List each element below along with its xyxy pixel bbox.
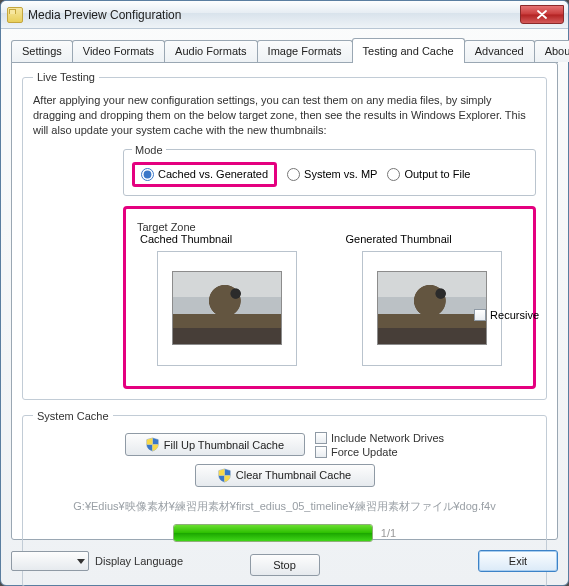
mode-legend: Mode	[132, 144, 166, 156]
cached-thumbnail-column: Cached Thumbnail	[134, 233, 320, 366]
recursive-checkbox[interactable]: Recursive	[474, 309, 539, 321]
tab-row: Settings Video Formats Audio Formats Ima…	[11, 37, 558, 63]
titlebar: Media Preview Configuration	[1, 1, 568, 29]
tab-testing-cache[interactable]: Testing and Cache	[352, 38, 465, 63]
progress-bar-fill	[174, 525, 372, 541]
clear-thumbnail-cache-button[interactable]: Clear Thumbnail Cache	[195, 464, 375, 487]
radio-output-to-file-input[interactable]	[387, 168, 400, 181]
chevron-down-icon	[77, 559, 85, 564]
cache-path-text: G:¥Edius¥映像素材¥練習用素材¥first_edius_05_timel…	[33, 499, 536, 514]
force-update-checkbox[interactable]: Force Update	[315, 446, 444, 458]
tab-image-formats[interactable]: Image Formats	[257, 40, 353, 62]
radio-output-to-file[interactable]: Output to File	[387, 168, 470, 181]
clear-thumbnail-cache-label: Clear Thumbnail Cache	[236, 469, 351, 481]
force-update-label: Force Update	[331, 446, 398, 458]
exit-button[interactable]: Exit	[478, 550, 558, 572]
include-network-drives-box[interactable]	[315, 432, 327, 444]
recursive-checkbox-label: Recursive	[490, 309, 539, 321]
radio-cached-vs-generated-label: Cached vs. Generated	[158, 168, 268, 180]
recursive-checkbox-box[interactable]	[474, 309, 486, 321]
display-language-label: Display Language	[95, 555, 183, 567]
tab-about[interactable]: About...	[534, 40, 569, 62]
radio-system-vs-mp-input[interactable]	[287, 168, 300, 181]
exit-button-label: Exit	[509, 555, 527, 567]
target-zone-group: Target Zone Cached Thumbnail Generated T…	[134, 221, 525, 366]
live-testing-group: Live Testing After applying your new con…	[22, 71, 547, 400]
live-testing-legend: Live Testing	[33, 71, 99, 83]
shield-icon	[146, 437, 159, 452]
close-button[interactable]	[520, 5, 564, 24]
target-zone-highlight: Target Zone Cached Thumbnail Generated T…	[123, 206, 536, 389]
include-network-drives-checkbox[interactable]: Include Network Drives	[315, 432, 444, 444]
mode-group: Mode Cached vs. Generated System vs. MP	[123, 144, 536, 196]
target-zone-legend: Target Zone	[134, 221, 199, 233]
tab-video-formats[interactable]: Video Formats	[72, 40, 165, 62]
shield-icon	[218, 468, 231, 483]
mode-highlight: Cached vs. Generated	[132, 162, 277, 187]
fill-thumbnail-cache-label: Fill Up Thumbnail Cache	[164, 439, 284, 451]
fill-thumbnail-cache-button[interactable]: Fill Up Thumbnail Cache	[125, 433, 305, 456]
tab-audio-formats[interactable]: Audio Formats	[164, 40, 258, 62]
progress-bar	[173, 524, 373, 542]
app-icon	[7, 7, 23, 23]
tab-advanced[interactable]: Advanced	[464, 40, 535, 62]
cached-thumbnail-image	[172, 271, 282, 345]
live-testing-description: After applying your new configuration se…	[33, 93, 536, 138]
force-update-box[interactable]	[315, 446, 327, 458]
radio-cached-vs-generated-input[interactable]	[141, 168, 154, 181]
radio-system-vs-mp[interactable]: System vs. MP	[287, 168, 377, 181]
cached-thumbnail-label: Cached Thumbnail	[140, 233, 232, 245]
generated-thumbnail-label: Generated Thumbnail	[346, 233, 452, 245]
radio-system-vs-mp-label: System vs. MP	[304, 168, 377, 180]
window-title: Media Preview Configuration	[28, 8, 520, 22]
bottom-bar: Display Language Exit	[11, 547, 558, 575]
cached-thumbnail-dropzone[interactable]	[157, 251, 297, 366]
system-cache-legend: System Cache	[33, 410, 113, 422]
tab-page: Live Testing After applying your new con…	[11, 62, 558, 540]
include-network-drives-label: Include Network Drives	[331, 432, 444, 444]
generated-thumbnail-image	[377, 271, 487, 345]
radio-output-to-file-label: Output to File	[404, 168, 470, 180]
radio-cached-vs-generated[interactable]: Cached vs. Generated	[141, 168, 268, 181]
generated-thumbnail-column: Generated Thumbnail	[340, 233, 526, 366]
window: Media Preview Configuration Settings Vid…	[0, 0, 569, 586]
progress-count: 1/1	[381, 527, 396, 539]
content: Settings Video Formats Audio Formats Ima…	[1, 29, 568, 550]
close-icon	[537, 10, 547, 19]
display-language-dropdown[interactable]	[11, 551, 89, 571]
tab-settings[interactable]: Settings	[11, 40, 73, 62]
